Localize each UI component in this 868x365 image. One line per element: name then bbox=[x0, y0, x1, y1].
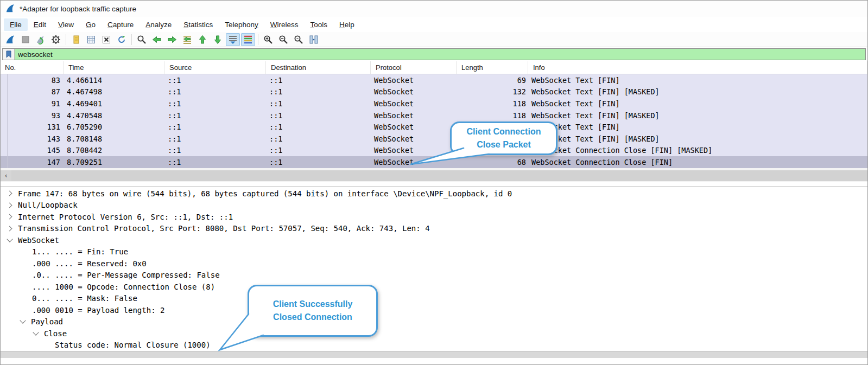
detail-text: Internet Protocol Version 6, Src: ::1, D… bbox=[18, 213, 233, 221]
column-header-destination[interactable]: Destination bbox=[266, 61, 371, 74]
expander-chevron-icon[interactable] bbox=[6, 227, 18, 230]
packet-detail-line[interactable]: Status code: Normal Closure (1000) bbox=[1, 339, 867, 351]
gear-icon bbox=[50, 34, 61, 45]
packet-detail-line[interactable]: 1... .... = Fin: True bbox=[1, 246, 867, 258]
packet-list-header: No. Time Source Destination Protocol Len… bbox=[1, 61, 867, 74]
open-file-button[interactable] bbox=[69, 33, 83, 46]
packet-row[interactable]: 87 4.467498 ::1 ::1 WebSocket 132 WebSoc… bbox=[1, 86, 867, 98]
menu-item[interactable]: Tools bbox=[305, 18, 334, 31]
packet-row[interactable]: 93 4.470548 ::1 ::1 WebSocket 118 WebSoc… bbox=[1, 110, 867, 121]
column-header-length[interactable]: Length bbox=[457, 61, 528, 74]
expander-chevron-icon[interactable] bbox=[32, 332, 44, 335]
packet-detail-line[interactable]: 0... .... = Mask: False bbox=[1, 292, 867, 304]
stop-capture-button[interactable] bbox=[18, 33, 33, 46]
hscrollbar-track[interactable]: ‹ bbox=[1, 170, 867, 181]
menu-item[interactable]: Edit bbox=[28, 18, 52, 31]
main-toolbar bbox=[1, 32, 867, 47]
zoom-out-button[interactable] bbox=[276, 33, 290, 46]
menu-item[interactable]: Analyze bbox=[140, 18, 178, 31]
cell-source: ::1 bbox=[164, 76, 266, 85]
magnifier-icon bbox=[136, 34, 147, 45]
expander-chevron-icon[interactable] bbox=[6, 191, 18, 195]
column-header-info[interactable]: Info bbox=[528, 61, 867, 74]
zoom-in-icon bbox=[263, 34, 274, 45]
column-header-source[interactable]: Source bbox=[164, 61, 266, 74]
filter-bar bbox=[1, 47, 867, 61]
menu-item[interactable]: Telephony bbox=[219, 18, 264, 31]
callout-text: Close Packet bbox=[477, 138, 531, 151]
menu-item[interactable]: Go bbox=[80, 18, 102, 31]
menu-item[interactable]: File bbox=[4, 18, 28, 31]
packet-detail-line[interactable]: .000 0010 = Payload length: 2 bbox=[1, 304, 867, 316]
packet-detail-line[interactable]: .0.. .... = Per-Message Compressed: Fals… bbox=[1, 269, 867, 281]
menu-item[interactable]: Help bbox=[333, 18, 360, 31]
hscrollbar-thumb[interactable] bbox=[11, 170, 867, 181]
cell-source: ::1 bbox=[164, 158, 266, 167]
cell-no: 93 bbox=[1, 111, 64, 120]
auto-scroll-icon bbox=[227, 34, 238, 45]
find-packet-button[interactable] bbox=[135, 33, 149, 46]
expander-chevron-icon[interactable] bbox=[19, 321, 31, 323]
expander-chevron-icon[interactable] bbox=[6, 239, 18, 241]
filter-bookmark-button[interactable] bbox=[3, 49, 15, 60]
wireshark-window: *Adapter for loopback traffic capture Fi… bbox=[0, 0, 868, 365]
auto-scroll-button[interactable] bbox=[226, 33, 240, 46]
restart-capture-button[interactable] bbox=[34, 33, 48, 46]
start-capture-button[interactable] bbox=[3, 33, 17, 46]
cell-destination: ::1 bbox=[266, 87, 371, 96]
toolbar-separator bbox=[66, 34, 66, 45]
column-header-time[interactable]: Time bbox=[64, 61, 164, 74]
column-header-no[interactable]: No. bbox=[1, 61, 64, 74]
save-file-button[interactable] bbox=[84, 33, 98, 46]
normal-size-button[interactable] bbox=[292, 33, 306, 46]
pane-splitter[interactable] bbox=[1, 182, 867, 187]
packet-detail-line[interactable]: Transmission Control Protocol, Src Port:… bbox=[1, 222, 867, 234]
packet-detail-line[interactable]: Internet Protocol Version 6, Src: ::1, D… bbox=[1, 211, 867, 223]
capture-options-button[interactable] bbox=[49, 33, 63, 46]
toolbar-separator bbox=[258, 34, 258, 45]
resize-columns-button[interactable] bbox=[307, 33, 321, 46]
scroll-left-arrow-icon[interactable]: ‹ bbox=[1, 171, 11, 180]
close-file-button[interactable] bbox=[99, 33, 113, 46]
cell-protocol: WebSocket bbox=[371, 158, 457, 167]
menu-item[interactable]: Capture bbox=[102, 18, 140, 31]
display-filter-input[interactable] bbox=[15, 49, 865, 60]
packet-detail-line[interactable]: Frame 147: 68 bytes on wire (544 bits), … bbox=[1, 188, 867, 200]
go-back-button[interactable] bbox=[150, 33, 164, 46]
expander-chevron-icon[interactable] bbox=[6, 215, 18, 219]
cell-destination: ::1 bbox=[266, 111, 371, 120]
window-title: *Adapter for loopback traffic capture bbox=[20, 5, 136, 13]
packet-detail-line[interactable]: Payload bbox=[1, 316, 867, 328]
packet-row[interactable]: 143 8.708148 ::1 ::1 WebSocket WebSocket… bbox=[1, 133, 867, 145]
packet-detail-line[interactable]: WebSocket bbox=[1, 234, 867, 246]
go-to-packet-button[interactable] bbox=[180, 33, 194, 46]
reload-file-button[interactable] bbox=[115, 33, 129, 46]
packet-row[interactable]: 145 8.708442 ::1 ::1 WebSocket WebSocket… bbox=[1, 145, 867, 157]
packet-detail-line[interactable]: Close bbox=[1, 328, 867, 340]
cell-no: 145 bbox=[1, 146, 64, 155]
callout-text: Closed Connection bbox=[273, 311, 352, 324]
cell-info: WebSocket Text [FIN] bbox=[528, 76, 867, 85]
packet-row[interactable]: 147 8.709251 ::1 ::1 WebSocket 68 WebSoc… bbox=[1, 156, 867, 168]
go-last-packet-button[interactable] bbox=[211, 33, 225, 46]
packet-row[interactable]: 83 4.466114 ::1 ::1 WebSocket 69 WebSock… bbox=[1, 74, 867, 86]
cell-destination: ::1 bbox=[266, 146, 371, 155]
menu-item[interactable]: View bbox=[52, 18, 80, 31]
column-header-protocol[interactable]: Protocol bbox=[371, 61, 457, 74]
expander-chevron-icon[interactable] bbox=[6, 203, 18, 207]
menu-item[interactable]: Statistics bbox=[178, 18, 219, 31]
reload-icon bbox=[116, 34, 127, 45]
cell-no: 143 bbox=[1, 135, 64, 143]
display-filter-box bbox=[2, 48, 866, 60]
zoom-in-button[interactable] bbox=[261, 33, 275, 46]
colorize-packets-button[interactable] bbox=[241, 33, 255, 46]
packet-detail-line[interactable]: Null/Loopback bbox=[1, 199, 867, 211]
packet-row[interactable]: 131 6.705290 ::1 ::1 WebSocket WebSocket… bbox=[1, 121, 867, 133]
go-first-packet-button[interactable] bbox=[195, 33, 210, 46]
cell-destination: ::1 bbox=[266, 76, 371, 85]
go-forward-button[interactable] bbox=[165, 33, 179, 46]
packet-row[interactable]: 91 4.469401 ::1 ::1 WebSocket 118 WebSoc… bbox=[1, 98, 867, 110]
packet-detail-line[interactable]: .000 .... = Reserved: 0x0 bbox=[1, 258, 867, 270]
packet-detail-line[interactable]: .... 1000 = Opcode: Connection Close (8) bbox=[1, 281, 867, 293]
menu-item[interactable]: Wireless bbox=[264, 18, 305, 31]
